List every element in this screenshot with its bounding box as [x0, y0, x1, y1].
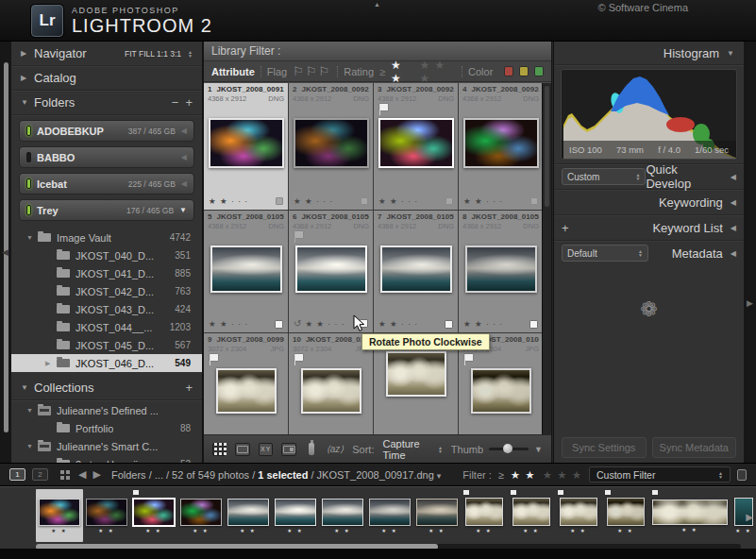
thumbnail-image[interactable] [369, 499, 411, 526]
filmstrip-thumbnail[interactable]: ★ ★ [272, 489, 319, 542]
star-rating[interactable]: ★ ★ · · · [378, 319, 418, 329]
star-rating[interactable]: ★ ★ · · · [378, 196, 418, 206]
grid-view-icon[interactable] [212, 443, 227, 456]
navigator-header[interactable]: ▶ Navigator FIT FILL 1:1 3:1 ▲▼ [11, 42, 202, 66]
sync-metadata-button[interactable]: Sync Metadata [652, 437, 737, 458]
color-swatch-red[interactable] [504, 66, 513, 76]
breadcrumb-caret-icon[interactable]: ▾ [437, 471, 442, 481]
grid-scrollbar[interactable] [542, 83, 551, 434]
catalog-header[interactable]: ▶ Catalog [11, 66, 202, 91]
grid-cell[interactable]: 5 JKOST_2008_01055 4368 x 2912 DNG ↺ [204, 211, 289, 333]
folder-row[interactable]: JKOST_041_D... 885 [11, 264, 202, 282]
thumbnail-badge-icon[interactable] [445, 197, 453, 205]
metadata-preset-dropdown[interactable]: Default ▲▼ [562, 245, 648, 262]
grid-cell[interactable]: 8 JKOST_2008_01058 4368 x 2912 DNG ↺ [459, 211, 544, 333]
thumbnail-image[interactable] [322, 499, 363, 526]
zoom-stepper-icon[interactable]: ▲▼ [188, 50, 193, 58]
painter-spray-can-icon[interactable] [309, 443, 314, 455]
filmstrip-thumbnail[interactable]: ★ ★ [177, 489, 225, 542]
filmstrip-thumbnail[interactable]: ★ ★ [36, 489, 83, 542]
grid-cell[interactable]: 4 JKOST_2008_00924 4368 x 2912 DNG ↺ [459, 83, 544, 211]
histogram-header[interactable]: Histogram ▼ [554, 42, 744, 65]
thumbnail-badge-icon[interactable] [529, 320, 538, 329]
filmstrip-thumbnail[interactable]: ★ ★ [508, 489, 555, 542]
pick-flag-icon[interactable] [464, 354, 475, 366]
color-swatch-green[interactable] [534, 66, 544, 76]
sort-direction-icon[interactable]: ⟨az⟩ [327, 444, 344, 454]
rotate-ccw-icon[interactable]: ↺ [294, 318, 301, 329]
add-collection-button[interactable]: + [185, 383, 193, 393]
grid-cell[interactable]: 1 JKOST_2008_00917 4368 x 2912 DNG ↺ [204, 83, 289, 211]
breadcrumb[interactable]: Folders / ... / 52 of 549 photos / 1 sel… [111, 469, 441, 481]
next-photo-icon[interactable]: ▶ [92, 468, 100, 481]
gte-symbol[interactable]: ≥ [498, 469, 504, 481]
compare-view-icon[interactable]: XY [259, 443, 273, 456]
add-folder-button[interactable]: + [185, 98, 193, 108]
previous-photo-icon[interactable]: ◀ [78, 468, 86, 481]
grid-cell[interactable]: 2 JKOST_2008_00921 4368 x 2912 DNG ↺ [289, 83, 374, 211]
filter-lock-icon[interactable] [737, 469, 747, 481]
second-window-button[interactable]: 2 [32, 468, 48, 481]
quick-develop-preset-dropdown[interactable]: Custom ▲▼ [562, 168, 646, 185]
sync-settings-button[interactable]: Sync Settings [562, 437, 647, 458]
main-window-button[interactable]: 1 [9, 468, 25, 481]
folder-row[interactable]: Image Vault 4742 [11, 229, 202, 246]
collection-row[interactable]: 2 star, Hawaii 52 [11, 455, 202, 463]
twisty-icon[interactable] [26, 443, 38, 449]
pick-flag-icon[interactable] [379, 104, 390, 116]
photo-thumbnail[interactable] [386, 351, 446, 397]
grid-cell[interactable]: 9 JKOST_2008_00998 3072 x 2304 JPG ↺ [204, 333, 289, 434]
twisty-icon[interactable] [26, 407, 38, 414]
folder-row[interactable]: JKOST_043_D... 424 [11, 300, 202, 318]
thumbnail-image[interactable] [275, 499, 316, 526]
filmstrip-thumbnail[interactable]: ★ ★ [649, 489, 731, 542]
photo-thumbnail[interactable] [301, 368, 361, 414]
color-swatch-yellow[interactable] [519, 66, 529, 76]
star-rating[interactable]: ★ ★ · · · [463, 319, 503, 329]
thumbnail-image[interactable] [607, 498, 645, 526]
folder-row[interactable]: JKOST_044__... 1203 [11, 318, 202, 336]
sort-value[interactable]: Capture Time [382, 438, 428, 461]
filmstrip-thumbnail[interactable]: ★ ★ [461, 489, 508, 542]
thumbnail-image[interactable] [133, 499, 175, 526]
filmstrip-thumbnail[interactable]: ★ ★ [319, 489, 366, 542]
quick-develop-header[interactable]: Custom ▲▼ Quick Develop◀ [554, 163, 744, 189]
thumbnail-image[interactable] [560, 498, 597, 526]
grid-cell[interactable]: 3 JKOST_2008_00923 4368 x 2912 DNG ↺ [374, 83, 459, 211]
twisty-icon[interactable] [26, 234, 38, 241]
photo-thumbnail[interactable] [380, 246, 452, 293]
rating-stars-active[interactable]: ★ ★ [391, 59, 413, 85]
thumbnail-image[interactable] [512, 498, 550, 526]
star-rating[interactable]: ★ ★ · · · [209, 196, 248, 206]
photo-thumbnail[interactable] [295, 246, 367, 293]
thumbnail-image[interactable] [465, 498, 503, 526]
pick-flag-icon[interactable] [294, 354, 305, 366]
thumbnail-badge-icon[interactable] [275, 320, 283, 329]
twisty-icon[interactable] [45, 360, 57, 367]
thumbnail-image[interactable] [180, 499, 222, 526]
thumbnail-image[interactable] [86, 499, 127, 526]
thumbnail-image[interactable] [416, 499, 458, 526]
thumbnail-badge-icon[interactable] [276, 197, 283, 205]
filter-preset-dropdown[interactable]: Custom Filter ▲▼ [589, 466, 731, 483]
folder-row[interactable]: JKOST_045_D... 567 [11, 336, 202, 354]
star-rating[interactable]: ★ ★ · · · [305, 319, 344, 329]
filmstrip-thumbnail[interactable]: ★ ★ [130, 489, 177, 542]
photo-thumbnail[interactable] [294, 118, 369, 168]
filmstrip-thumbnail[interactable]: ★ ★ [602, 489, 649, 542]
collection-row[interactable]: Julieanne's Smart C... [11, 437, 202, 455]
filmstrip-thumbnail[interactable]: ★ ★ [225, 489, 272, 542]
volume-bar[interactable]: BABBO [19, 146, 194, 168]
volume-bar[interactable]: Trey 176 / 465 GB [19, 199, 194, 221]
folder-row[interactable]: JKOST_042_D... 763 [11, 282, 202, 300]
keyword-list-header[interactable]: + Keyword List◀ [554, 214, 744, 240]
volume-expand-icon[interactable] [181, 179, 187, 188]
collections-header[interactable]: ▼ Collections + [11, 376, 202, 400]
filter-stars-inactive[interactable]: ★ ★ ★ [543, 468, 582, 482]
collection-row[interactable]: Portfolio 88 [11, 419, 202, 437]
remove-folder-button[interactable]: − [172, 98, 179, 108]
filmstrip-thumbnail[interactable]: ★ ★ [366, 489, 413, 542]
thumbnail-size-slider[interactable] [489, 448, 529, 450]
filmstrip-thumbnail[interactable]: ★ ★ [555, 489, 602, 542]
volume-expand-icon[interactable] [179, 206, 187, 214]
